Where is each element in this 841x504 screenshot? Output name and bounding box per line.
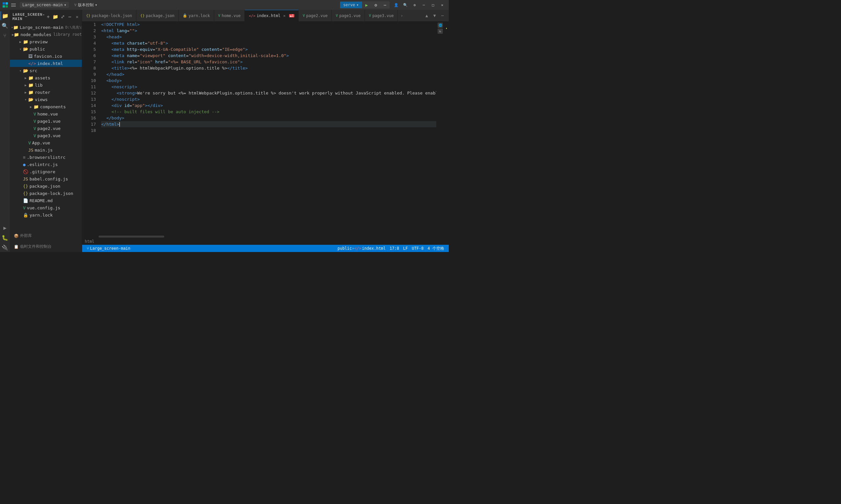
tab-home-vue[interactable]: V home.vue [214, 10, 245, 21]
tab-package-json[interactable]: {} package.json [136, 10, 179, 21]
tabs-overflow[interactable]: › [398, 10, 406, 21]
minimize-button[interactable]: ─ [420, 1, 428, 9]
vcs-button[interactable]: ⑂ 版本控制 ▾ [72, 2, 100, 8]
tree-lib[interactable]: ▶ 📁 lib [10, 82, 82, 89]
language-mode[interactable]: html [85, 239, 94, 244]
tree-index-html[interactable]: </> index.html [10, 60, 82, 67]
tree-preview[interactable]: ▶ 📁 preview [10, 38, 82, 45]
tree-package-json[interactable]: {} package.json [10, 182, 82, 190]
run-settings-button[interactable]: ⚙ [371, 1, 380, 8]
tab-nav-down[interactable]: ▼ [431, 12, 438, 19]
run-config: serve ▾ ▶ ⚙ ⋯ [340, 1, 390, 8]
tree-root[interactable]: ▾ 📁 Large_screen-main D:\兆兆\Large_screen… [10, 24, 82, 31]
search-button[interactable]: 🔍 [401, 1, 409, 9]
tree-vue-config[interactable]: V vue.config.js [10, 204, 82, 211]
code-editor[interactable]: <!DOCTYPE html> <html lang=""> <head> <m… [99, 21, 436, 235]
activity-vcs[interactable]: ⑂ [0, 31, 10, 40]
tree-babel-config-label: babel.config.js [30, 177, 68, 181]
run-label-button[interactable]: serve ▾ [340, 2, 362, 8]
settings-gear-button[interactable]: ⚙ [411, 1, 418, 9]
project-name-label: Large_screen-main [22, 3, 63, 7]
code-line-16: </body> [101, 115, 436, 121]
external-libs-label: 外部库 [20, 233, 32, 238]
tree-src[interactable]: ▾ 📂 src [10, 67, 82, 74]
tree-main-js[interactable]: JS main.js [10, 146, 82, 154]
close-button[interactable]: ✕ [438, 1, 446, 9]
sidebar-header-actions: + 📁 ⤢ ⋯ ✕ [45, 14, 81, 20]
activity-plugins[interactable]: 🔌 [0, 243, 10, 252]
tree-gitignore[interactable]: 🚫 .gitignore [10, 168, 82, 175]
tab-package-lock-json[interactable]: {} package-lock.json [82, 10, 136, 21]
tab-icon-index: </> [249, 14, 255, 18]
status-breadcrumb[interactable]: public › </> index.html [336, 245, 388, 252]
titlebar-actions: 👤 🔍 ⚙ ─ □ ✕ [392, 1, 446, 9]
tree-babel-config[interactable]: JS babel.config.js [10, 175, 82, 182]
account-icon[interactable]: 👤 [392, 1, 400, 9]
tab-page1-vue[interactable]: V page1.vue [332, 10, 365, 21]
tree-page2-vue[interactable]: V page2.vue [10, 125, 82, 132]
tab-page3-vue[interactable]: V page3.vue [365, 10, 398, 21]
breadcrumb-public: public [338, 246, 352, 251]
code-line-4: <meta charset="utf-8"> [101, 40, 436, 46]
editor-scrollbar[interactable] [444, 21, 449, 235]
status-position[interactable]: 17:8 [388, 245, 401, 252]
tree-router[interactable]: ▶ 📁 router [10, 89, 82, 96]
tree-home-vue[interactable]: V home.vue [10, 110, 82, 118]
code-line-8: <title><%= htmlWebpackPlugin.options.tit… [101, 65, 436, 71]
tree-node-modules[interactable]: ▶ 📁 node_modules library root [10, 31, 82, 38]
tree-eslintrc[interactable]: ● .eslintrc.js [10, 161, 82, 168]
status-eol[interactable]: LF [401, 245, 410, 252]
activity-explorer[interactable]: 📁 [0, 11, 10, 20]
scratch-icon: 📋 [14, 245, 19, 249]
activity-run[interactable]: ▶ [0, 223, 10, 232]
tree-yarn-lock[interactable]: 🔒 yarn.lock [10, 211, 82, 218]
gutter-icon-2[interactable]: ↻ [437, 29, 443, 34]
run-more-button[interactable]: ⋯ [380, 1, 390, 8]
tree-browserslistrc-label: .browserslistrc [27, 155, 65, 160]
activity-search[interactable]: 🔍 [0, 21, 10, 30]
tree-public[interactable]: ▾ 📂 public [10, 45, 82, 53]
tree-router-label: router [35, 90, 50, 95]
tree-app-vue[interactable]: V App.vue [10, 139, 82, 146]
menu-icon[interactable] [11, 2, 17, 8]
tab-close-index[interactable]: ✕ [282, 13, 287, 18]
sidebar-external-libs[interactable]: 📦 外部库 [10, 230, 82, 241]
sidebar-new-file-btn[interactable]: + [45, 14, 52, 20]
sidebar-scratch[interactable]: 📋 临时文件和控制台 [10, 241, 82, 252]
horizontal-scrollbar[interactable] [82, 235, 449, 238]
code-line-12: <strong>We're sorry but <%= htmlWebpackP… [101, 90, 436, 96]
sidebar-new-folder-btn[interactable]: 📁 [52, 14, 59, 20]
tab-label-page2: page2.vue [306, 14, 328, 18]
status-branch[interactable]: ⑂ Large_screen-main [85, 245, 132, 252]
tab-icon-page3: V [369, 14, 371, 18]
status-indent[interactable]: 4 个空格 [426, 245, 446, 252]
status-charset[interactable]: UTF-8 [410, 245, 425, 252]
h-scroll-thumb[interactable] [99, 236, 164, 237]
tree-components[interactable]: ▶ 📁 components [10, 103, 82, 110]
tree-favicon[interactable]: 🖼 favicon.ico [10, 53, 82, 60]
run-play-button[interactable]: ▶ [362, 1, 371, 8]
project-selector[interactable]: Large_screen-main ▾ [20, 2, 69, 8]
tree-views[interactable]: ▾ 📂 views [10, 96, 82, 103]
tab-nav-up[interactable]: ▲ [423, 12, 430, 19]
tab-label-page3: page3.vue [372, 14, 394, 18]
sidebar-close-btn[interactable]: ✕ [74, 14, 81, 20]
tree-browserslistrc[interactable]: ≡ .browserslistrc [10, 154, 82, 161]
tab-index-html[interactable]: </> index.html ✕ ▲1 [245, 10, 298, 21]
gutter-icon-1[interactable]: 🌐 [437, 23, 443, 28]
sidebar-more-btn[interactable]: ⋯ [67, 14, 73, 20]
tab-more-actions[interactable]: ⋯ [439, 12, 446, 19]
sidebar-collapse-btn[interactable]: ⤢ [59, 14, 66, 20]
tree-assets[interactable]: ▶ 📁 assets [10, 74, 82, 82]
activity-debug[interactable]: 🐛 [0, 233, 10, 242]
tab-page2-vue[interactable]: V page2.vue [298, 10, 332, 21]
tree-readme[interactable]: 📄 README.md [10, 197, 82, 204]
tree-page3-vue[interactable]: V page3.vue [10, 132, 82, 139]
tree-package-lock[interactable]: {} package-lock.json [10, 190, 82, 197]
tree-page2-vue-label: page2.vue [37, 126, 61, 131]
tree-page1-vue[interactable]: V page1.vue [10, 118, 82, 125]
scratch-label: 临时文件和控制台 [20, 244, 52, 249]
tab-yarn-lock[interactable]: 🔒 yarn.lock [179, 10, 214, 21]
status-bar: ⑂ Large_screen-main public › </> index.h… [82, 245, 449, 252]
maximize-button[interactable]: □ [429, 1, 437, 9]
